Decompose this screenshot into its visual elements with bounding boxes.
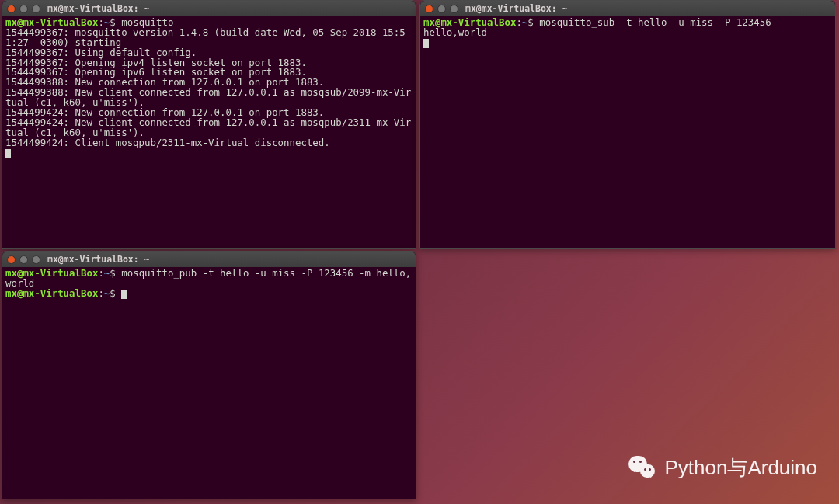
- output-line: hello,world: [423, 26, 487, 38]
- prompt-host: mx-VirtualBox: [23, 287, 98, 299]
- output-line: 1544499388: New client connected from 12…: [5, 86, 411, 108]
- minimize-icon[interactable]: [437, 5, 446, 13]
- prompt-user: mx: [5, 287, 17, 299]
- window-title: mx@mx-VirtualBox: ~: [47, 3, 150, 14]
- cursor-icon: [5, 149, 11, 158]
- window-titlebar[interactable]: mx@mx-VirtualBox: ~: [2, 252, 416, 267]
- cursor-icon: [121, 290, 127, 299]
- output-line: 1544499367: mosquitto version 1.4.8 (bui…: [5, 26, 406, 48]
- maximize-icon[interactable]: [32, 5, 40, 13]
- wechat-icon: [627, 453, 656, 482]
- terminal-window-mosquitto-sub[interactable]: mx@mx-VirtualBox: ~ mx@mx-VirtualBox:~$ …: [420, 0, 836, 249]
- watermark-text: Python与Arduino: [664, 454, 817, 481]
- output-line: 1544499424: New client connected from 12…: [5, 116, 411, 138]
- terminal-body[interactable]: mx@mx-VirtualBox:~$ mosquitto_pub -t hel…: [2, 267, 416, 499]
- window-title: mx@mx-VirtualBox: ~: [47, 254, 150, 265]
- terminal-body[interactable]: mx@mx-VirtualBox:~$ mosquitto 1544499367…: [2, 16, 416, 248]
- cursor-icon: [423, 39, 429, 48]
- output-line: 1544499424: Client mosqpub/2311-mx-Virtu…: [5, 137, 330, 148]
- minimize-icon[interactable]: [19, 5, 28, 13]
- command-text: mosquitto_sub -t hello -u miss -P 123456: [539, 16, 771, 28]
- maximize-icon[interactable]: [32, 255, 40, 264]
- close-icon[interactable]: [425, 5, 433, 13]
- maximize-icon[interactable]: [450, 5, 458, 13]
- close-icon[interactable]: [7, 5, 16, 13]
- close-icon[interactable]: [7, 255, 16, 264]
- terminal-window-mosquitto-pub[interactable]: mx@mx-VirtualBox: ~ mx@mx-VirtualBox:~$ …: [2, 251, 416, 499]
- window-titlebar[interactable]: mx@mx-VirtualBox: ~: [420, 1, 835, 16]
- window-titlebar[interactable]: mx@mx-VirtualBox: ~: [2, 1, 416, 16]
- terminal-body[interactable]: mx@mx-VirtualBox:~$ mosquitto_sub -t hel…: [420, 16, 835, 248]
- window-title: mx@mx-VirtualBox: ~: [465, 3, 568, 14]
- minimize-icon[interactable]: [19, 255, 28, 264]
- terminal-window-mosquitto-broker[interactable]: mx@mx-VirtualBox: ~ mx@mx-VirtualBox:~$ …: [2, 0, 416, 249]
- watermark: Python与Arduino: [627, 453, 817, 482]
